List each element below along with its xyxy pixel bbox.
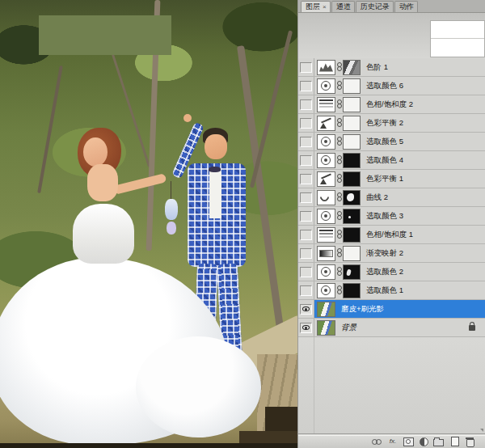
tab-label: 通道 — [336, 2, 351, 11]
eye-box[interactable] — [300, 118, 312, 129]
layer-mask-thumbnail[interactable] — [343, 97, 361, 112]
eye-box[interactable] — [300, 211, 312, 222]
layer-row[interactable]: 色阶 1 — [298, 58, 485, 77]
layer-row[interactable]: 选取颜色 2 — [298, 263, 485, 281]
layer-row[interactable]: 背景 — [298, 319, 485, 337]
layer-row[interactable]: 选取颜色 3 — [298, 207, 485, 226]
eye-box[interactable] — [300, 81, 312, 91]
blend-mode-controls[interactable] — [430, 20, 485, 57]
selective-color-icon[interactable] — [317, 134, 335, 150]
layer-mask-thumbnail[interactable] — [343, 264, 361, 280]
visibility-toggle[interactable] — [298, 133, 314, 150]
chain-link-icon — [336, 117, 342, 129]
layer-mask-thumbnail[interactable] — [343, 116, 361, 131]
panel-resize-grip[interactable] — [480, 429, 483, 432]
layer-thumbnail[interactable] — [317, 302, 335, 317]
layer-mask-thumbnail[interactable] — [343, 227, 361, 243]
levels-icon[interactable] — [317, 60, 335, 75]
layer-mask-thumbnail[interactable] — [343, 246, 361, 261]
chain-link-icon — [336, 173, 342, 184]
visibility-toggle[interactable] — [298, 319, 314, 336]
eye-box[interactable] — [300, 192, 312, 203]
close-tab-icon[interactable]: × — [323, 3, 327, 11]
layer-style-icon[interactable]: fx. — [387, 437, 399, 446]
layer-row[interactable]: 选取颜色 1 — [298, 281, 485, 300]
new-adjustment-layer-icon[interactable] — [418, 437, 429, 446]
layer-thumbnail[interactable] — [317, 320, 335, 336]
eye-box[interactable] — [300, 267, 312, 277]
selective-color-icon[interactable] — [317, 153, 335, 168]
layers-panel-header — [298, 13, 485, 58]
layer-mask-thumbnail[interactable] — [343, 78, 361, 94]
layer-row[interactable]: 色相/饱和度 1 — [298, 226, 485, 244]
tab-channels[interactable]: 通道 — [331, 1, 355, 12]
curves-icon[interactable] — [317, 190, 335, 205]
layer-row-body: 色相/饱和度 2 — [314, 95, 485, 113]
eye-box[interactable] — [300, 285, 312, 296]
layer-row[interactable]: 选取颜色 5 — [298, 133, 485, 151]
eye-box[interactable] — [300, 230, 312, 240]
layer-row[interactable]: 曲线 2 — [298, 188, 485, 207]
layer-mask-thumbnail[interactable] — [343, 60, 361, 75]
visibility-toggle[interactable] — [298, 263, 314, 281]
selective-color-icon[interactable] — [317, 78, 335, 94]
visibility-toggle[interactable] — [298, 188, 314, 206]
selective-color-icon[interactable] — [317, 283, 335, 298]
hue-saturation-icon[interactable] — [317, 97, 335, 112]
layer-mask-thumbnail[interactable] — [343, 283, 361, 298]
visibility-toggle[interactable] — [298, 300, 314, 318]
visibility-toggle[interactable] — [298, 58, 314, 76]
layer-row[interactable]: 色彩平衡 2 — [298, 114, 485, 133]
layer-mask-thumbnail[interactable] — [343, 171, 361, 187]
add-layer-mask-icon[interactable] — [403, 437, 414, 446]
layer-row[interactable]: 磨皮+刷光影 — [298, 300, 485, 319]
chain-link-icon — [336, 99, 342, 110]
visibility-toggle[interactable] — [298, 77, 314, 95]
layer-name: 选取颜色 6 — [366, 81, 403, 91]
layer-row-body: 色彩平衡 1 — [314, 170, 485, 188]
layer-row[interactable]: 选取颜色 4 — [298, 151, 485, 170]
eye-box[interactable] — [300, 323, 312, 333]
layer-mask-thumbnail[interactable] — [343, 209, 361, 224]
document-canvas[interactable] — [0, 0, 297, 448]
layer-mask-thumbnail[interactable] — [343, 190, 361, 205]
eye-box[interactable] — [300, 304, 312, 315]
visibility-toggle[interactable] — [298, 281, 314, 299]
tab-actions[interactable]: 动作 — [394, 1, 418, 12]
visibility-toggle[interactable] — [298, 226, 314, 243]
color-balance-icon[interactable] — [317, 116, 335, 131]
layer-row[interactable]: 选取颜色 6 — [298, 77, 485, 95]
visibility-toggle[interactable] — [298, 170, 314, 188]
chain-link-icon — [336, 154, 342, 166]
visibility-toggle[interactable] — [298, 114, 314, 132]
eye-box[interactable] — [300, 248, 312, 259]
layer-row[interactable]: 色彩平衡 1 — [298, 170, 485, 188]
visibility-toggle[interactable] — [298, 207, 314, 225]
selective-color-icon[interactable] — [317, 209, 335, 224]
layer-row[interactable]: 渐变映射 2 — [298, 244, 485, 263]
new-group-icon[interactable] — [433, 437, 445, 446]
layer-row[interactable]: 色相/饱和度 2 — [298, 95, 485, 114]
eye-box[interactable] — [300, 155, 312, 166]
link-layers-icon[interactable] — [372, 437, 383, 446]
layer-mask-thumbnail[interactable] — [343, 134, 361, 150]
visibility-toggle[interactable] — [298, 244, 314, 262]
layer-name: 色相/饱和度 2 — [366, 99, 413, 110]
visibility-toggle[interactable] — [298, 95, 314, 113]
color-balance-icon[interactable] — [317, 171, 335, 187]
delete-layer-icon[interactable] — [464, 437, 475, 446]
eye-box[interactable] — [300, 62, 312, 73]
tab-history[interactable]: 历史记录 — [356, 1, 394, 12]
layer-row-body: 选取颜色 5 — [314, 133, 485, 150]
layer-mask-thumbnail[interactable] — [343, 153, 361, 168]
tab-layers[interactable]: 图层× — [301, 1, 331, 12]
eye-box[interactable] — [300, 174, 312, 184]
selective-color-icon[interactable] — [317, 264, 335, 280]
hue-saturation-icon[interactable] — [317, 227, 335, 243]
visibility-toggle[interactable] — [298, 151, 314, 169]
new-layer-icon[interactable] — [449, 437, 460, 446]
eye-box[interactable] — [300, 99, 312, 110]
gradient-map-icon[interactable] — [317, 246, 335, 261]
chain-link-icon — [336, 192, 342, 203]
eye-box[interactable] — [300, 137, 312, 147]
